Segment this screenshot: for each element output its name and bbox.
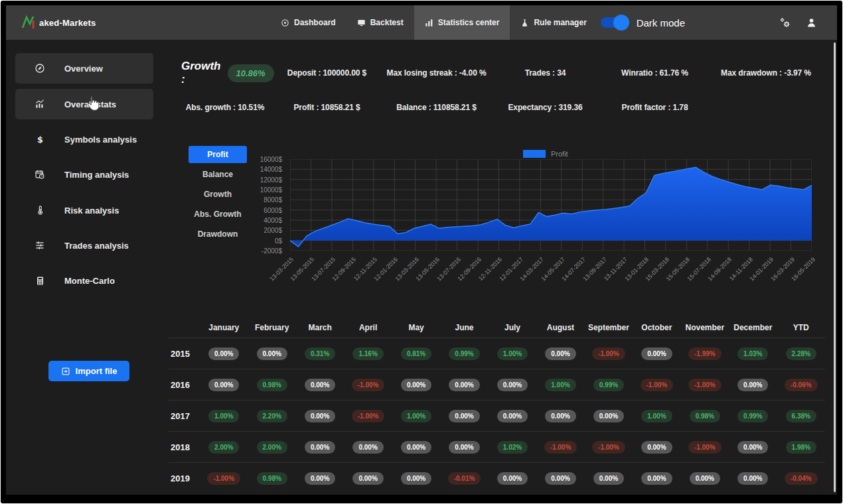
col-header-december: December xyxy=(729,323,777,332)
sidebar-item-label: Overview xyxy=(64,64,103,74)
return-pill: 0.00% xyxy=(401,379,431,391)
return-pill: 1.02% xyxy=(497,441,528,454)
row-year-label: 2015 xyxy=(168,349,200,359)
app-logo[interactable]: aked-Markets xyxy=(21,5,96,40)
return-pill: 0.81% xyxy=(401,347,431,360)
return-pill: -1.00% xyxy=(592,347,625,360)
cell-2019-december: 0.00% xyxy=(729,472,777,485)
return-pill: -1.00% xyxy=(352,410,385,422)
chart-tab-growth[interactable]: Growth xyxy=(189,186,247,203)
return-pill: -1.00% xyxy=(641,379,674,391)
chart-tab-profit[interactable]: Profit xyxy=(189,146,247,163)
sidebar-item-risk-analysis[interactable]: Risk analysis xyxy=(15,195,153,225)
cell-2019-november: 0.00% xyxy=(681,472,729,485)
cell-2017-august: 0.00% xyxy=(536,409,584,422)
legend-label: Profit xyxy=(551,150,568,158)
return-pill: 0.99% xyxy=(593,379,624,391)
nav-item-dashboard[interactable]: Dashboard xyxy=(270,5,346,40)
return-pill: 0.98% xyxy=(690,410,720,422)
dashboard-icon xyxy=(281,19,289,27)
cell-2018-march: 0.00% xyxy=(296,440,344,454)
return-pill: 0.00% xyxy=(305,379,335,391)
import-file-button[interactable]: Import file xyxy=(48,361,129,381)
cell-2016-october: -1.00% xyxy=(633,378,680,391)
sidebar-item-timing-analysis[interactable]: Timing analysis xyxy=(15,159,153,190)
sidebar-item-overview[interactable]: Overview xyxy=(15,53,153,84)
cell-2016-ytd: -0.06% xyxy=(777,378,825,391)
chart-tab-balance[interactable]: Balance xyxy=(189,166,247,183)
nav-item-backtest[interactable]: Backtest xyxy=(346,5,414,40)
return-pill: 0.99% xyxy=(449,347,479,360)
stat-max-drawdown: Max drawdown : -3.97 % xyxy=(710,68,822,78)
sidebar-item-symbols-analysis[interactable]: $Symbols analysis xyxy=(15,124,153,155)
monthly-returns-table: JanuaryFebruaryMarchAprilMayJuneJulyAugu… xyxy=(168,318,825,493)
nav-item-label: Statistics center xyxy=(438,18,500,27)
dark-mode-toggle[interactable] xyxy=(601,17,627,28)
cell-2017-june: 0.00% xyxy=(440,409,488,422)
profit-chart-svg xyxy=(290,159,812,251)
cell-2018-may: 0.00% xyxy=(392,440,440,454)
stats-row1: Growth : 10.86% Deposit : 100000.00 $Max… xyxy=(179,53,822,93)
profit-chart xyxy=(290,159,812,251)
nav-item-rule-manager[interactable]: Rule manager xyxy=(510,5,597,40)
statistics-icon xyxy=(425,19,433,27)
chart-tab-abs-growth[interactable]: Abs. Growth xyxy=(189,206,247,223)
sidebar-item-trades-analysis[interactable]: Trades analysis xyxy=(15,230,153,261)
cell-2015-april: 1.16% xyxy=(344,347,392,360)
rule-manager-icon xyxy=(520,19,529,27)
y-axis-tick: 6000$ xyxy=(250,207,282,214)
scrollbar[interactable] xyxy=(834,42,836,492)
return-pill: 0.00% xyxy=(545,347,575,360)
col-header-ytd: YTD xyxy=(777,323,825,332)
stat-deposit: Deposit : 100000.00 $ xyxy=(271,68,382,78)
user-profile-icon[interactable] xyxy=(806,17,817,29)
growth-value-pill: 10.86% xyxy=(228,64,274,82)
col-header-september: September xyxy=(585,323,633,332)
nav-item-statistics-center[interactable]: Statistics center xyxy=(414,5,510,40)
cell-2015-february: 0.00% xyxy=(248,347,295,360)
table-header: JanuaryFebruaryMarchAprilMayJuneJulyAugu… xyxy=(168,318,825,338)
return-pill: 0.00% xyxy=(641,472,672,485)
sidebar: OverviewOverall stats$Symbols analysisTi… xyxy=(6,40,162,495)
return-pill: 0.00% xyxy=(737,379,768,391)
main-content: Growth : 10.86% Deposit : 100000.00 $Max… xyxy=(161,40,837,495)
nav-item-label: Dashboard xyxy=(294,18,336,27)
stat-balance: Balance : 110858.21 $ xyxy=(382,103,491,112)
chart-x-axis: 13-03-201513-05-201513-07-201512-09-2015… xyxy=(290,253,812,293)
row-year-label: 2018 xyxy=(168,442,200,452)
settings-gear-icon[interactable] xyxy=(779,17,791,29)
col-header-november: November xyxy=(681,323,729,332)
cell-2015-june: 0.99% xyxy=(440,347,488,360)
sidebar-item-label: Symbols analysis xyxy=(64,135,137,145)
cell-2018-november: -1.00% xyxy=(681,440,729,454)
return-pill: 0.00% xyxy=(737,472,768,485)
dollar-icon: $ xyxy=(34,135,46,145)
return-pill: 0.98% xyxy=(257,472,287,485)
return-pill: 1.00% xyxy=(401,410,431,422)
cell-2019-august: 0.00% xyxy=(536,472,584,485)
return-pill: 1.00% xyxy=(497,347,528,360)
return-pill: 0.00% xyxy=(449,410,479,422)
stat-expectancy: Expectancy : 319.36 xyxy=(491,103,600,112)
cell-2016-december: 0.00% xyxy=(729,378,777,391)
sidebar-item-monte-carlo[interactable]: Monte-Carlo xyxy=(15,265,153,296)
svg-text:$: $ xyxy=(37,135,43,145)
sidebar-item-overall-stats[interactable]: Overall stats xyxy=(15,89,153,119)
stat-profit: Profit : 10858.21 $ xyxy=(271,103,382,112)
col-header-june: June xyxy=(440,323,488,332)
cell-2017-ytd: 6.38% xyxy=(777,409,825,422)
compass-icon xyxy=(34,63,46,74)
stat-abs-growth: Abs. growth : 10.51% xyxy=(179,103,271,112)
dark-mode-label: Dark mode xyxy=(637,17,685,29)
chart-tab-drawdown[interactable]: Drawdown xyxy=(189,225,247,243)
cell-2017-october: 1.00% xyxy=(633,409,680,422)
return-pill: 0.99% xyxy=(737,410,768,422)
cell-2016-january: 0.00% xyxy=(200,378,248,391)
cell-2015-ytd: 2.28% xyxy=(777,347,825,360)
cell-2018-august: -1.00% xyxy=(536,440,584,454)
cell-2017-february: 2.20% xyxy=(248,409,295,422)
stats-row2: Abs. growth : 10.51%Profit : 10858.21 $B… xyxy=(179,96,822,119)
calendar-clock-icon xyxy=(34,169,46,180)
col-header-february: February xyxy=(248,323,295,332)
table-row-2018: 20182.00%2.00%0.00%0.00%0.00%0.00%1.02%-… xyxy=(168,432,825,463)
